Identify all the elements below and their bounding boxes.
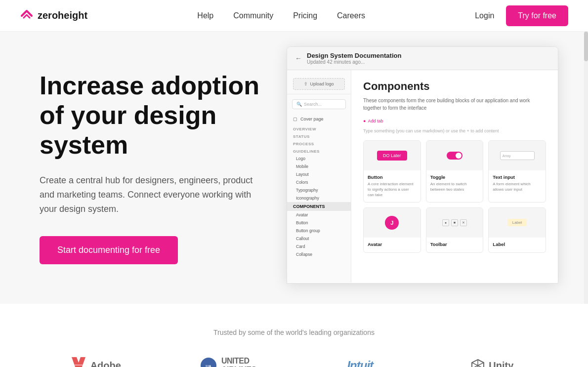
component-preview-button: DO Later — [364, 141, 420, 170]
search-icon: 🔍 — [296, 102, 302, 107]
united-airlines-icon: UA — [200, 357, 217, 367]
component-info-toolbar: Toolbar — [426, 238, 483, 252]
search-placeholder: Search... — [304, 102, 322, 107]
component-preview-avatar: J — [364, 208, 420, 238]
component-desc-button: A core interaction element to signify ac… — [368, 181, 417, 198]
component-name-toolbar: Toolbar — [430, 242, 479, 247]
sidebar-cover-page[interactable]: ▢ Cover page — [287, 114, 351, 124]
logo[interactable]: zeroheight — [20, 9, 87, 23]
component-info-text-input: Text input A form element which allows u… — [489, 170, 546, 196]
adobe-icon — [71, 356, 86, 367]
hero-mockup: ← Design System Documentation Updated 42… — [287, 32, 588, 304]
sidebar-item-mobile[interactable]: Mobile — [287, 163, 351, 170]
sidebar-section-guidelines: GUIDELINES — [287, 147, 351, 155]
add-tab-btn[interactable]: ● Add tab — [363, 119, 546, 123]
trusted-text: Trusted by some of the world's leading o… — [40, 328, 548, 336]
scrollbar-thumb[interactable] — [584, 32, 588, 61]
component-desc-text-input: A form element which allows user input — [493, 181, 542, 192]
toolbar-btn-2: ■ — [451, 219, 458, 226]
mockup-title-block: Design System Documentation Updated 42 m… — [307, 52, 401, 65]
start-documenting-button[interactable]: Start documenting for free — [40, 236, 178, 264]
navbar-links: Help Community Pricing Careers — [197, 11, 365, 20]
component-card-text-input[interactable]: Array Text input A form element which al… — [488, 140, 546, 203]
sidebar-section-components[interactable]: COMPONENTS — [287, 202, 351, 211]
hero-subtitle: Create a central hub for designers, engi… — [40, 173, 262, 216]
hero-title: Increase adoption of your design system — [40, 71, 262, 160]
sidebar-item-button-group[interactable]: Button group — [287, 227, 351, 235]
sidebar-item-avatar[interactable]: Avatar — [287, 211, 351, 219]
sidebar-item-card[interactable]: Card — [287, 243, 351, 250]
component-info-button: Button A core interaction element to sig… — [364, 170, 420, 202]
sidebar-item-iconography[interactable]: Iconography — [287, 194, 351, 202]
sidebar-item-typography[interactable]: Typography — [287, 186, 351, 194]
preview-button-element: DO Later — [377, 151, 407, 161]
mockup-body: ⇧ Upload logo 🔍 Search... ▢ Cover page — [287, 70, 558, 283]
upload-label: Upload logo — [310, 82, 334, 86]
sidebar-item-callout[interactable]: Callout — [287, 235, 351, 243]
preview-label-element: Label — [507, 219, 527, 226]
sidebar-item-logo[interactable]: Logo — [287, 155, 351, 163]
nav-help[interactable]: Help — [197, 11, 213, 20]
navbar: zeroheight Help Community Pricing Career… — [0, 0, 588, 32]
cover-page-icon: ▢ — [293, 117, 297, 122]
back-arrow-icon: ← — [295, 54, 302, 62]
unity-icon — [471, 359, 485, 367]
sidebar-search: 🔍 Search... — [287, 96, 351, 112]
component-name-toggle: Toggle — [430, 174, 479, 180]
logo-icon — [20, 9, 34, 23]
nav-careers[interactable]: Careers — [337, 11, 365, 20]
component-preview-toggle — [426, 141, 483, 170]
toolbar-btn-3: ✕ — [460, 219, 467, 226]
trusted-section: Trusted by some of the world's leading o… — [0, 304, 588, 367]
component-desc-toggle: An element to switch between two states — [430, 181, 479, 192]
component-grid: DO Later Button A core interaction eleme… — [363, 140, 546, 253]
add-tab-label: Add tab — [368, 119, 383, 123]
mockup-components-heading: Components — [363, 80, 546, 93]
logo-united-airlines: UA UNITEDAIRLINES — [200, 357, 256, 367]
component-name-button: Button — [368, 174, 417, 180]
mockup-doc-sub: Updated 42 minutes ago... — [307, 59, 401, 65]
component-preview-toolbar: ● ■ ✕ — [426, 208, 483, 238]
logo-intuit: Intuit — [347, 359, 373, 367]
hero-content: Increase adoption of your design system … — [0, 32, 287, 304]
mockup-sidebar: ⇧ Upload logo 🔍 Search... ▢ Cover page — [287, 70, 351, 283]
try-for-free-button[interactable]: Try for free — [506, 5, 568, 26]
sidebar-section-process: PROCESS — [287, 140, 351, 147]
component-preview-text-input: Array — [489, 141, 546, 170]
search-input-mock[interactable]: 🔍 Search... — [292, 99, 346, 109]
nav-pricing[interactable]: Pricing — [293, 11, 317, 20]
preview-toolbar-element: ● ■ ✕ — [442, 219, 467, 226]
login-link[interactable]: Login — [475, 11, 494, 20]
mockup-topbar: ← Design System Documentation Updated 42… — [287, 47, 558, 70]
type-hint: Type something (you can use markdown) or… — [363, 128, 546, 133]
component-card-toolbar[interactable]: ● ■ ✕ Toolbar — [426, 207, 484, 253]
svg-text:UA: UA — [206, 364, 211, 367]
component-info-avatar: Avatar — [364, 238, 420, 252]
sidebar-upload: ⇧ Upload logo — [287, 74, 351, 94]
mockup-main: Components These components form the cor… — [351, 70, 558, 283]
adobe-label: Adobe — [90, 360, 121, 367]
component-preview-label: Label — [489, 208, 546, 238]
united-airlines-label: UNITEDAIRLINES — [221, 357, 256, 367]
sidebar-item-button[interactable]: Button — [287, 219, 351, 227]
unity-label: Unity — [489, 360, 513, 367]
add-tab-icon: ● — [363, 119, 366, 123]
sidebar-item-collapse[interactable]: Collapse — [287, 250, 351, 258]
component-card-label[interactable]: Label Label — [488, 207, 546, 253]
logo-adobe: Adobe — [71, 356, 121, 367]
component-name-label: Label — [493, 242, 542, 247]
scrollbar[interactable] — [584, 32, 588, 304]
component-card-avatar[interactable]: J Avatar — [363, 207, 421, 253]
component-card-button[interactable]: DO Later Button A core interaction eleme… — [363, 140, 421, 203]
logos-grid: Adobe UA UNITEDAIRLINES Intuit Unity — [40, 356, 548, 367]
upload-logo-btn[interactable]: ⇧ Upload logo — [293, 78, 345, 90]
sidebar-item-layout[interactable]: Layout — [287, 170, 351, 178]
toolbar-btn-1: ● — [442, 219, 449, 226]
mockup-window: ← Design System Documentation Updated 42… — [287, 46, 558, 284]
component-name-text-input: Text input — [493, 174, 542, 180]
sidebar-item-colors[interactable]: Colors — [287, 178, 351, 186]
component-card-toggle[interactable]: Toggle An element to switch between two … — [426, 140, 484, 203]
nav-community[interactable]: Community — [233, 11, 273, 20]
component-info-toggle: Toggle An element to switch between two … — [426, 170, 483, 196]
logo-text: zeroheight — [38, 10, 87, 21]
